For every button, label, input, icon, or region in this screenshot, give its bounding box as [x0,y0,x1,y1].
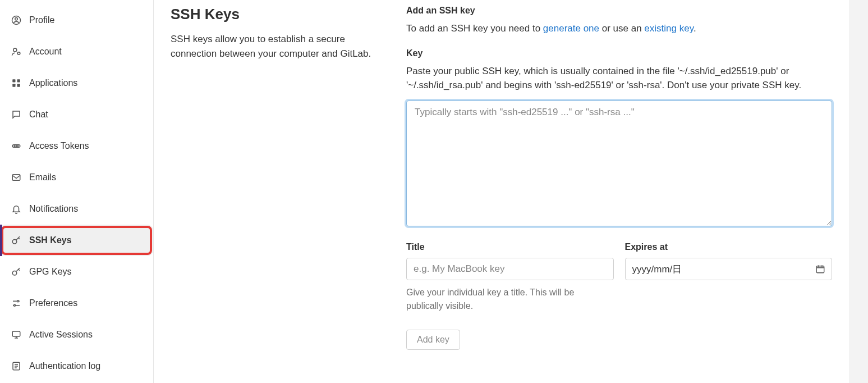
add-key-button[interactable]: Add key [406,330,460,350]
add-ssh-key-intro: To add an SSH key you need to generate o… [406,21,832,36]
svg-point-13 [12,240,17,244]
key-label: Key [406,48,832,58]
sidebar-item-label: Applications [29,78,77,88]
existing-key-link[interactable]: existing key [644,23,694,34]
svg-point-15 [17,300,19,302]
key-icon [11,267,21,277]
svg-rect-17 [12,331,20,336]
apps-grid-icon [11,78,21,88]
sidebar-item-preferences[interactable]: Preferences [0,288,153,319]
key-icon [11,235,21,245]
sidebar: Profile Account Applications Chat Access… [0,0,154,383]
svg-point-9 [14,145,15,147]
title-input[interactable] [406,258,614,280]
chat-icon [11,110,21,120]
sidebar-item-access-tokens[interactable]: Access Tokens [0,130,153,162]
title-help-text: Give your individual key a title. This w… [406,286,614,313]
sidebar-item-label: Chat [29,110,48,120]
user-circle-icon [11,15,21,25]
key-help-text: Paste your public SSH key, which is usua… [406,64,832,93]
svg-rect-4 [12,79,15,82]
svg-point-16 [14,304,16,306]
svg-point-10 [16,145,17,147]
sidebar-item-label: Profile [29,15,54,25]
sidebar-item-emails[interactable]: Emails [0,162,153,193]
right-gutter [849,0,868,383]
svg-point-3 [17,52,20,55]
main-content: SSH Keys SSH keys allow you to establish… [154,0,849,383]
ssh-key-form: Add an SSH key To add an SSH key you nee… [406,6,832,383]
mail-icon [11,172,21,183]
monitor-icon [11,330,21,340]
sidebar-item-active-sessions[interactable]: Active Sessions [0,319,153,350]
token-icon [11,141,21,151]
expires-label: Expires at [625,242,833,252]
svg-rect-5 [17,79,20,82]
page-description: SSH keys allow you to establish a secure… [171,32,384,62]
sidebar-item-label: Active Sessions [29,330,93,340]
user-gear-icon [11,47,21,57]
sidebar-item-account[interactable]: Account [0,36,153,67]
sliders-icon [11,298,21,308]
sidebar-item-profile[interactable]: Profile [0,4,153,36]
page-title: SSH Keys [171,6,384,23]
list-icon [11,361,21,371]
sidebar-item-applications[interactable]: Applications [0,67,153,99]
sidebar-item-authentication-log[interactable]: Authentication log [0,350,153,382]
svg-rect-12 [12,175,20,181]
sidebar-item-label: Access Tokens [29,141,89,151]
sidebar-item-label: Emails [29,172,56,183]
sidebar-item-notifications[interactable]: Notifications [0,193,153,225]
sidebar-item-label: GPG Keys [29,267,72,277]
svg-point-1 [15,18,18,21]
expires-input[interactable]: yyyy/mm/日 [625,258,833,280]
svg-point-2 [13,48,17,52]
sidebar-item-gpg-keys[interactable]: GPG Keys [0,256,153,288]
add-ssh-key-heading: Add an SSH key [406,6,832,16]
svg-point-14 [12,271,17,276]
generate-key-link[interactable]: generate one [543,23,599,34]
sidebar-item-ssh-keys[interactable]: SSH Keys [0,225,153,256]
sidebar-item-label: Account [29,47,62,57]
page-intro: SSH Keys SSH keys allow you to establish… [171,6,384,383]
sidebar-item-label: Authentication log [29,361,100,371]
sidebar-item-label: SSH Keys [29,235,72,245]
bell-icon [11,204,21,214]
sidebar-item-chat[interactable]: Chat [0,99,153,130]
title-label: Title [406,242,614,252]
svg-rect-6 [12,84,15,87]
sidebar-item-label: Notifications [29,204,78,214]
sidebar-item-label: Preferences [29,298,77,308]
ssh-key-textarea[interactable] [406,101,832,226]
svg-point-11 [17,145,19,147]
svg-rect-7 [17,84,20,87]
